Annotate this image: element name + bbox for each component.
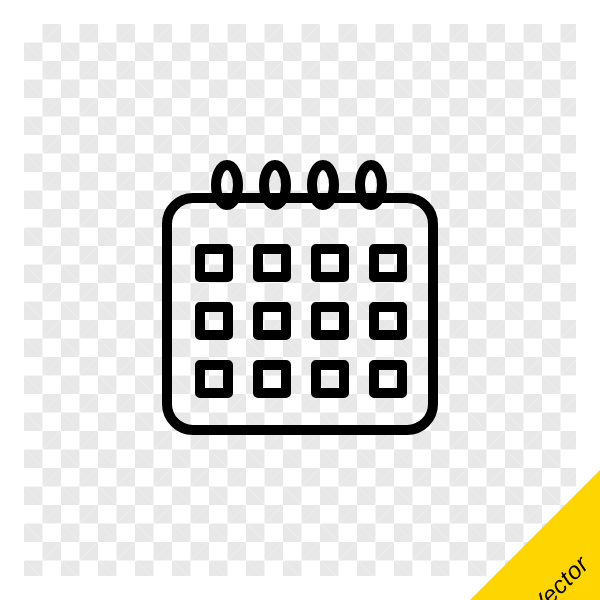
svg-rect-14 bbox=[258, 365, 286, 393]
svg-rect-12 bbox=[374, 307, 402, 335]
svg-rect-11 bbox=[316, 307, 344, 335]
svg-rect-7 bbox=[316, 249, 344, 277]
svg-rect-5 bbox=[200, 249, 228, 277]
svg-rect-8 bbox=[374, 249, 402, 277]
svg-rect-16 bbox=[374, 365, 402, 393]
svg-rect-15 bbox=[316, 365, 344, 393]
stock-image-canvas: Vector bbox=[0, 0, 600, 600]
svg-rect-13 bbox=[200, 365, 228, 393]
calendar-icon bbox=[145, 143, 455, 457]
svg-rect-10 bbox=[258, 307, 286, 335]
svg-rect-6 bbox=[258, 249, 286, 277]
svg-rect-9 bbox=[200, 307, 228, 335]
